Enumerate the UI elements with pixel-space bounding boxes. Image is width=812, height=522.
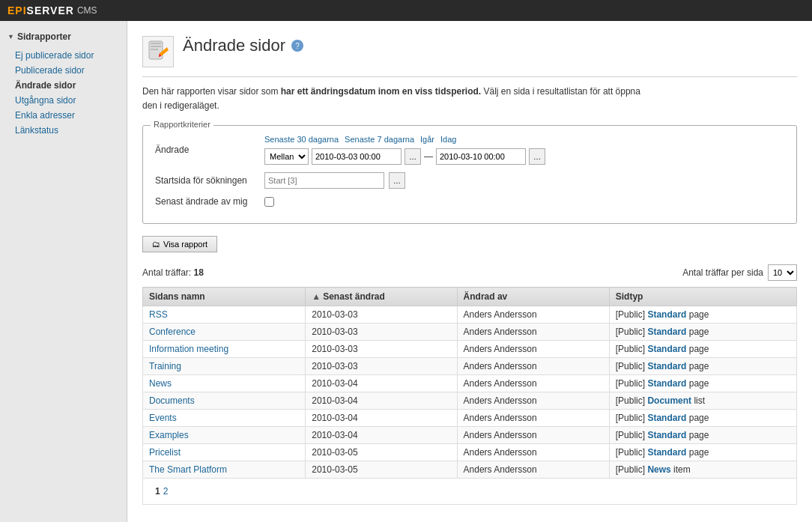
cell-date: 2010-03-03 <box>306 341 457 358</box>
page-link[interactable]: RSS <box>149 309 168 320</box>
sidebar-item-lankstatus[interactable]: Länkstatus <box>0 123 127 138</box>
main-content: Ändrade sidor ? Den här rapporten visar … <box>127 21 812 522</box>
page-link[interactable]: News <box>149 378 172 389</box>
table-row: Conference 2010-03-03 Anders Andersson [… <box>143 324 797 341</box>
cell-name: News <box>143 375 306 392</box>
criteria-row-changed: Ändrade Senaste 30 dagarnaSenaste 7 daga… <box>155 135 784 165</box>
cell-date: 2010-03-04 <box>306 392 457 410</box>
cell-name: Training <box>143 358 306 375</box>
date-from-btn[interactable]: … <box>405 148 421 165</box>
table-row: RSS 2010-03-03 Anders Andersson [Public]… <box>143 306 797 324</box>
pagination-page-2[interactable]: 2 <box>163 486 169 497</box>
sidebar-item-ej-publicerade[interactable]: Ej publicerade sidor <box>0 48 127 63</box>
page-link[interactable]: The Smart Platform <box>149 464 227 475</box>
cell-name: Pricelist <box>143 444 306 461</box>
page-header: Ändrade sidor ? <box>142 36 797 67</box>
page-description: Den här rapporten visar sidor som har et… <box>142 85 797 113</box>
table-row: Pricelist 2010-03-05 Anders Andersson [P… <box>143 444 797 461</box>
page-link[interactable]: Documents <box>149 395 195 406</box>
cell-user: Anders Andersson <box>457 358 609 375</box>
quick-link-igår[interactable]: Igår <box>420 135 434 144</box>
help-icon[interactable]: ? <box>291 40 303 52</box>
cell-user: Anders Andersson <box>457 306 609 324</box>
cell-date: 2010-03-04 <box>306 375 457 392</box>
page-title-area: Ändrade sidor ? <box>183 36 303 55</box>
report-icon: 🗂 <box>152 240 160 249</box>
last-changed-checkbox[interactable] <box>264 197 274 207</box>
desc-p1: Den här rapporten visar sidor som <box>142 86 278 97</box>
desc-p2: Välj en sida i resultatlistan för att öp… <box>483 86 640 97</box>
svg-rect-3 <box>151 49 158 50</box>
cell-name: RSS <box>143 306 306 324</box>
sidebar-item-enkla-adresser[interactable]: Enkla adresser <box>0 108 127 123</box>
cell-name: Events <box>143 410 306 427</box>
cell-name: Examples <box>143 427 306 444</box>
sidebar-item-publicerade[interactable]: Publicerade sidor <box>0 63 127 78</box>
hits-count: Antal träffar: 18 <box>142 267 204 278</box>
pagination-cell: 12 <box>143 479 797 505</box>
date-row: Mellan … — … <box>264 148 545 165</box>
table-row: The Smart Platform 2010-03-05 Anders And… <box>143 461 797 479</box>
sidebar: Sidrapporter Ej publicerade sidorPublice… <box>0 21 127 522</box>
start-input[interactable] <box>264 172 384 189</box>
logo-server: SERVER <box>27 4 74 16</box>
date-dash: — <box>424 151 433 162</box>
quick-link-senaste-30-dagarna[interactable]: Senaste 30 dagarna <box>264 135 339 144</box>
table-row: Training 2010-03-03 Anders Andersson [Pu… <box>143 358 797 375</box>
last-changed-label: Senast ändrade av mig <box>155 196 260 207</box>
between-select[interactable]: Mellan <box>264 148 309 165</box>
table-body: RSS 2010-03-03 Anders Andersson [Public]… <box>143 306 797 479</box>
criteria-row-start: Startsida för sökningen … <box>155 172 784 189</box>
cell-user: Anders Andersson <box>457 461 609 479</box>
date-to-btn[interactable]: … <box>529 148 545 165</box>
cell-user: Anders Andersson <box>457 410 609 427</box>
logo-epi: EPI <box>7 4 27 16</box>
col-user: Ändrad av <box>457 288 609 306</box>
cell-date: 2010-03-05 <box>306 461 457 479</box>
page-link[interactable]: Conference <box>149 327 196 337</box>
changed-label: Ändrade <box>155 145 260 155</box>
date-from-input[interactable] <box>312 148 402 165</box>
cell-user: Anders Andersson <box>457 341 609 358</box>
page-link[interactable]: Training <box>149 361 181 371</box>
cell-type: [Public] Standard page <box>609 427 796 444</box>
sidebar-item-utgangna[interactable]: Utgångna sidor <box>0 93 127 108</box>
per-page-select[interactable]: 10 20 50 <box>768 264 797 281</box>
page-link[interactable]: Examples <box>149 430 189 440</box>
col-date[interactable]: ▲Senast ändrad <box>306 288 457 306</box>
pagination-page-1[interactable]: 1 <box>155 486 160 497</box>
desc-p3: den i redigeraläget. <box>142 100 219 111</box>
cell-type: [Public] Standard page <box>609 375 796 392</box>
cell-type: [Public] Standard page <box>609 358 796 375</box>
results-table: Sidans namn ▲Senast ändrad Ändrad av Sid… <box>142 287 797 505</box>
table-row: Documents 2010-03-04 Anders Andersson [P… <box>143 392 797 410</box>
page-link[interactable]: Information meeting <box>149 344 228 354</box>
quick-link-idag[interactable]: Idag <box>440 135 456 144</box>
quick-link-senaste-7-dagarna[interactable]: Senaste 7 dagarna <box>345 135 414 144</box>
cell-name: Documents <box>143 392 306 410</box>
main-layout: Sidrapporter Ej publicerade sidorPublice… <box>0 21 812 522</box>
table-head: Sidans namn ▲Senast ändrad Ändrad av Sid… <box>143 288 797 306</box>
pagination: 12 <box>149 482 790 501</box>
quick-links: Senaste 30 dagarnaSenaste 7 dagarnaIgårI… <box>264 135 545 144</box>
page-link[interactable]: Pricelist <box>149 447 181 458</box>
page-title: Ändrade sidor ? <box>183 36 303 55</box>
sidebar-nav: Ej publicerade sidorPublicerade sidorÄnd… <box>0 48 127 138</box>
cell-user: Anders Andersson <box>457 427 609 444</box>
report-btn-label: Visa rapport <box>163 240 207 249</box>
sidebar-item-andrade: Ändrade sidor <box>0 78 127 93</box>
view-report-button[interactable]: 🗂 Visa rapport <box>142 236 217 252</box>
cell-type: [Public] Standard page <box>609 410 796 427</box>
date-to-input[interactable] <box>436 148 526 165</box>
results-header: Antal träffar: 18 Antal träffar per sida… <box>142 264 797 281</box>
hits-label: Antal träffar: <box>142 267 191 278</box>
cell-type: [Public] Document list <box>609 392 796 410</box>
start-browse-btn[interactable]: … <box>389 172 405 189</box>
cell-user: Anders Andersson <box>457 392 609 410</box>
logo-cms: CMS <box>77 5 97 16</box>
page-icon-svg <box>146 40 170 64</box>
app-header: EPISERVER CMS <box>0 0 812 21</box>
cell-date: 2010-03-04 <box>306 410 457 427</box>
page-link[interactable]: Events <box>149 413 177 423</box>
cell-user: Anders Andersson <box>457 444 609 461</box>
